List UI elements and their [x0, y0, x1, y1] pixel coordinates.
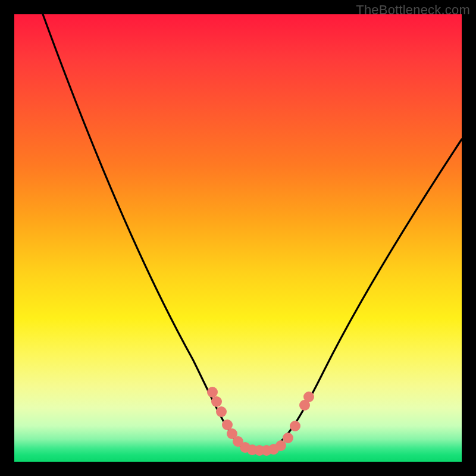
marker-dot — [207, 387, 218, 397]
marker-dot — [290, 421, 300, 431]
plot-area — [14, 14, 462, 462]
marker-dot — [283, 433, 293, 443]
marker-dot — [216, 406, 227, 417]
marker-dot — [303, 392, 314, 402]
chart-frame: TheBottleneck.com — [0, 0, 476, 476]
watermark-text: TheBottleneck.com — [356, 2, 470, 18]
marker-dot — [211, 396, 222, 407]
curve-path — [43, 14, 462, 453]
bottleneck-curve — [14, 14, 462, 462]
